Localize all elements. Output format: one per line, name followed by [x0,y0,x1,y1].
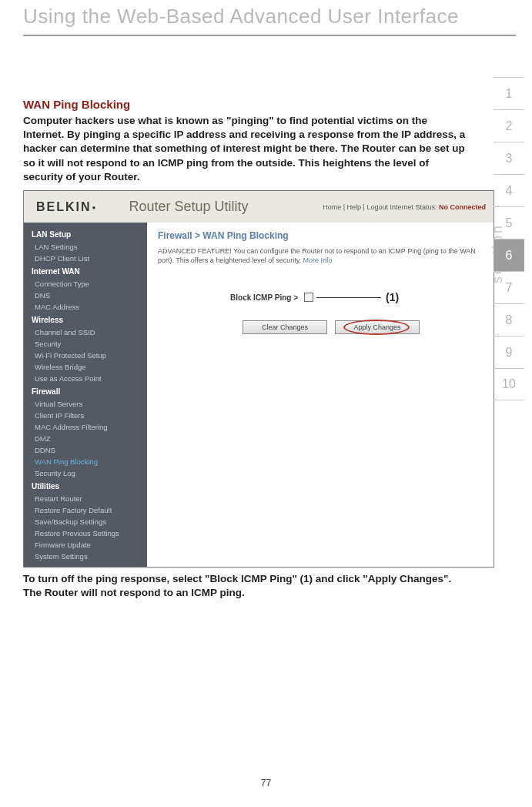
section-heading: WAN Ping Blocking [23,98,470,111]
intro-paragraph: Computer hackers use what is known as "p… [23,114,470,184]
sidebar-item[interactable]: WAN Ping Blocking [24,456,147,467]
clear-changes-button[interactable]: Clear Changes [243,320,327,334]
sidebar-item[interactable]: Connection Type [24,278,147,290]
sidebar-group: Internet WAN [24,264,147,278]
page-number: 77 [0,778,532,789]
sidebar-item[interactable]: Client IP Filters [24,410,147,421]
sidebar-item[interactable]: Firmware Update [24,539,147,551]
apply-changes-button[interactable]: Apply Changes [335,320,420,334]
sidebar-group: Utilities [24,479,147,493]
callout-line [316,297,381,298]
section-tab-3[interactable]: 3 [494,142,524,174]
section-tabs: 12345678910 [494,77,524,400]
closing-paragraph: To turn off the ping response, select "B… [23,572,470,600]
sidebar-item[interactable]: Security [24,338,147,350]
callout-1: (1) [386,291,399,303]
chapter-title: Using the Web-Based Advanced User Interf… [23,0,517,33]
sidebar-item[interactable]: Save/Backup Settings [24,516,147,527]
breadcrumb: Firewall > WAN Ping Blocking [158,230,483,241]
top-links: Home | Help | Logout Internet Status: No… [323,203,494,211]
sidebar-item[interactable]: DDNS [24,444,147,456]
closing-marker: (1) [300,573,313,584]
sidebar-item[interactable]: Channel and SSID [24,326,147,338]
section-tab-7[interactable]: 7 [494,271,524,303]
more-info-link[interactable]: More Info [303,256,333,264]
utility-title: Router Setup Utility [98,199,323,215]
internet-status: No Connected [439,203,486,211]
closing-a: To turn off the ping response, select "B… [23,573,300,584]
advanced-feature-text: ADVANCED FEATURE! You can configure the … [158,247,483,265]
sidebar-item[interactable]: MAC Address Filtering [24,421,147,433]
block-icmp-row: Block ICMP Ping > (1) [158,291,483,303]
section-tab-9[interactable]: 9 [494,336,524,368]
section-tab-10[interactable]: 10 [494,368,524,400]
block-icmp-checkbox[interactable] [304,293,313,302]
router-screenshot: BELKIN● Router Setup Utility Home | Help… [23,190,494,568]
sidebar-item[interactable]: Security Log [24,467,147,479]
section-tab-5[interactable]: 5 [494,206,524,239]
top-links-text: Home | Help | Logout Internet Status: [323,203,439,211]
section-tab-8[interactable]: 8 [494,303,524,336]
sidebar-item[interactable]: Wireless Bridge [24,361,147,373]
sidebar-item[interactable]: DHCP Client List [24,253,147,264]
sidebar-item[interactable]: MAC Address [24,301,147,313]
sidebar-item[interactable]: Use as Access Point [24,373,147,384]
router-main-pane: Firewall > WAN Ping Blocking ADVANCED FE… [147,223,494,567]
section-tab-1[interactable]: 1 [494,77,524,109]
sidebar-item[interactable]: Restore Factory Default [24,504,147,516]
section-tab-4[interactable]: 4 [494,174,524,206]
sidebar-item[interactable]: Wi-Fi Protected Setup [24,350,147,361]
sidebar-item[interactable]: Virtual Servers [24,398,147,410]
sidebar-item[interactable]: Restore Previous Settings [24,527,147,539]
block-icmp-label: Block ICMP Ping > [158,293,304,302]
logo-text: BELKIN [36,200,92,213]
sidebar-item[interactable]: DMZ [24,433,147,444]
sidebar-group: Wireless [24,313,147,326]
router-sidebar: LAN SetupLAN SettingsDHCP Client ListInt… [24,223,147,567]
sidebar-item[interactable]: System Settings [24,551,147,562]
sidebar-item[interactable]: DNS [24,290,147,301]
title-rule [23,35,516,36]
screenshot-header: BELKIN● Router Setup Utility Home | Help… [24,191,494,223]
sidebar-group: LAN Setup [24,227,147,241]
sidebar-item[interactable]: Restart Router [24,493,147,504]
section-tab-6[interactable]: 6 [494,239,524,271]
sidebar-group: Firewall [24,384,147,398]
sidebar-item[interactable]: LAN Settings [24,241,147,253]
belkin-logo: BELKIN● [24,200,98,214]
apply-changes-label: Apply Changes [353,323,400,331]
section-tab-2[interactable]: 2 [494,109,524,142]
